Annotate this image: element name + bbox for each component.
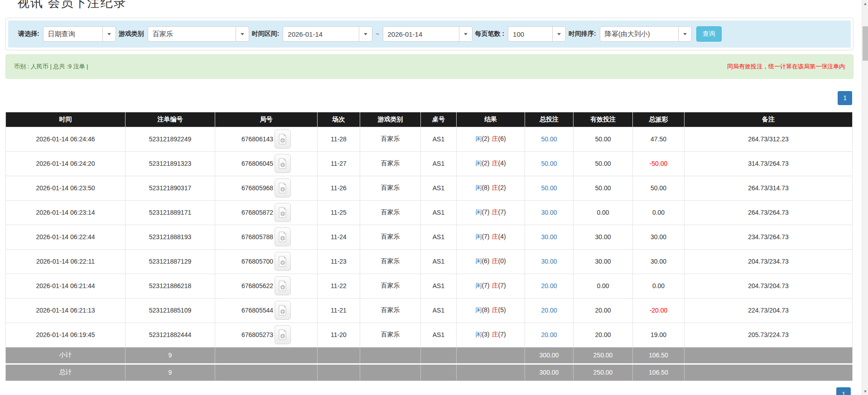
total-count: 9 [125,364,215,381]
page-button-1-bottom[interactable]: 1 [836,387,851,395]
date-to-input[interactable]: 2026-01-14 [383,26,473,42]
chevron-down-icon[interactable] [678,27,691,41]
total-bet-link[interactable]: 50.00 [541,160,557,167]
per-page-select[interactable]: 100 [508,26,566,42]
cell-round: 676805788 [215,225,318,249]
total-bet-link[interactable]: 30.00 [541,233,557,241]
total-row: 总计 9 300.00 250.00 106.50 [6,364,853,381]
cell-bet-id: 523121892249 [125,127,215,151]
subtotal-payout: 106.50 [633,347,685,364]
cell-table-no: AS1 [421,200,457,225]
date-from-input[interactable]: 2026-01-14 [283,26,372,42]
main-content: 视讯 会员下注纪录 请选择: 日期查询 游戏类别 百家乐 时间区间: 2026-… [5,0,854,381]
cell-round: 676805700 [215,249,318,274]
summary-notice: 同局有效投注，统一计算在该局第一张注单内 [727,63,845,71]
query-type-select[interactable]: 日期查询 [43,26,116,42]
total-bet-link[interactable]: 20.00 [541,331,557,338]
cell-session: 11-27 [318,151,360,176]
chevron-down-icon[interactable] [359,27,372,41]
cell-result: 闲(2)庄(4) [457,151,525,176]
subtotal-count: 9 [125,347,215,364]
video-replay-button[interactable] [275,203,291,222]
table-row: 2026-01-14 06:23:50523121890317676805968… [6,176,853,200]
pagination-bottom: 1 [836,387,851,395]
cell-total-bet: 20.00 [525,298,574,323]
total-valid-bet: 250.00 [574,364,633,381]
video-file-icon [278,329,287,340]
game-category-select[interactable]: 百家乐 [148,26,249,42]
chevron-down-icon[interactable] [459,27,472,41]
result-banker: 庄 [492,184,498,191]
chevron-down-icon[interactable] [236,27,249,41]
result-player: 闲 [475,306,482,313]
video-replay-button[interactable] [275,178,291,198]
cell-session: 11-22 [318,274,360,298]
video-file-icon [278,207,287,218]
cell-session: 11-21 [318,298,360,323]
cell-payout: -50.00 [633,151,685,176]
range-separator: ~ [376,30,379,38]
total-bet-link[interactable]: 20.00 [541,282,557,289]
cell-round: 676805273 [215,323,318,347]
cell-table-no: AS1 [421,176,457,200]
scroll-down-arrow-icon[interactable] [862,388,868,395]
round-number: 676805273 [241,331,273,338]
result-banker: 庄 [492,331,498,338]
header-table-no: 桌号 [421,112,457,127]
cell-result: 闲(7)庄(7) [457,274,525,298]
total-bet-link[interactable]: 50.00 [541,184,557,192]
result-player: 闲 [475,257,482,265]
total-bet-link[interactable]: 50.00 [541,135,557,143]
cell-total-bet: 50.00 [525,176,574,200]
round-number: 676805544 [241,307,273,314]
cell-remark: 264.73/264.73 [685,200,853,225]
video-replay-button[interactable] [275,252,291,271]
cell-total-bet: 20.00 [525,323,574,347]
scroll-up-arrow-icon[interactable] [862,0,868,7]
page-button-1[interactable]: 1 [838,91,852,105]
round-number: 676805622 [241,282,273,289]
chevron-down-icon[interactable] [102,27,116,41]
round-number: 676805788 [241,233,273,241]
date-from-value: 2026-01-14 [283,27,359,41]
round-number: 676805968 [241,184,273,192]
game-category-label: 游戏类别 [119,30,144,38]
cell-time: 2026-01-14 06:24:20 [6,151,125,176]
video-replay-button[interactable] [275,130,291,149]
cell-session: 11-26 [318,176,360,200]
total-bet-link[interactable]: 30.00 [541,209,557,216]
video-file-icon [278,158,287,169]
video-replay-button[interactable] [275,227,291,246]
cell-valid-bet: 20.00 [574,298,633,323]
query-type-value: 日期查询 [43,27,102,41]
cell-round: 676805544 [215,298,318,323]
query-button[interactable]: 查询 [696,26,722,42]
scrollbar-thumb[interactable] [863,26,868,61]
cell-valid-bet: 50.00 [574,151,633,176]
cell-time: 2026-01-14 06:23:50 [6,176,125,200]
cell-valid-bet: 30.00 [574,249,633,274]
video-replay-button[interactable] [275,301,291,320]
video-replay-button[interactable] [275,276,291,295]
cell-time: 2026-01-14 06:24:46 [6,127,125,151]
result-player: 闲 [475,135,482,142]
cell-bet-id: 523121891323 [125,151,215,176]
round-number: 676805700 [241,258,273,265]
cell-session: 11-23 [318,249,360,274]
game-category-value: 百家乐 [148,27,236,41]
table-row: 2026-01-14 06:23:14523121889171676805872… [6,200,853,225]
cell-time: 2026-01-14 06:22:44 [6,225,125,249]
total-bet-link[interactable]: 20.00 [541,307,557,314]
cell-round: 676805872 [215,200,318,225]
filter-panel: 请选择: 日期查询 游戏类别 百家乐 时间区间: 2026-01-14 ~ 20… [5,18,854,50]
time-sort-select[interactable]: 降幂(由大到小) [600,26,692,42]
video-replay-button[interactable] [275,154,291,173]
cell-table-no: AS1 [421,249,457,274]
video-replay-button[interactable] [275,325,291,344]
total-bet-link[interactable]: 30.00 [541,258,557,265]
cell-session: 11-20 [318,323,360,347]
vertical-scrollbar[interactable] [862,0,868,395]
chevron-down-icon[interactable] [552,27,565,41]
cell-bet-id: 523121890317 [125,176,215,200]
cell-bet-id: 523121888193 [125,225,215,249]
